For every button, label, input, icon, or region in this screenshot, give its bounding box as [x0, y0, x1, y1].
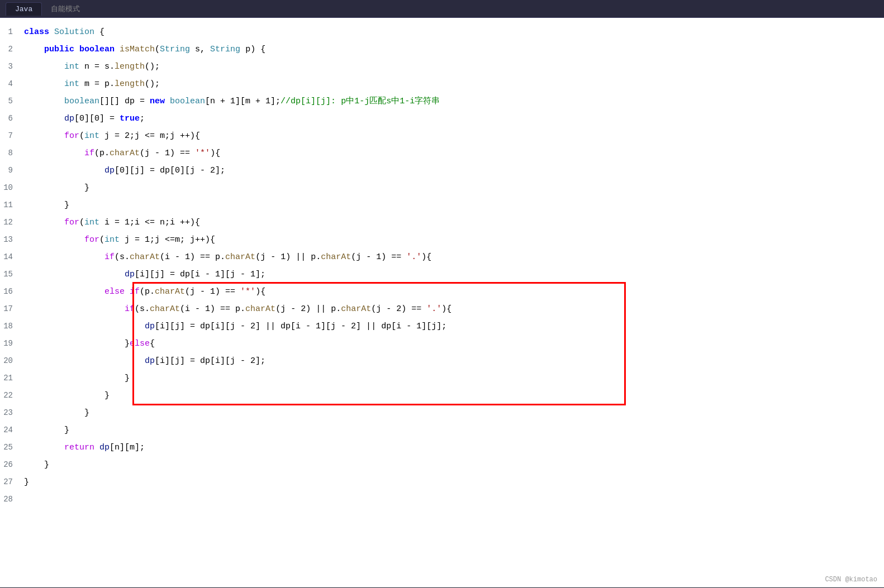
code-line: 6 dp[0][0] = true; — [0, 110, 884, 127]
line-number: 8 — [0, 145, 20, 162]
code-line: 20 dp[i][j] = dp[i][j - 2]; — [0, 352, 884, 370]
code-line: 21 } — [0, 370, 884, 387]
line-content: return dp[n][m]; — [20, 439, 884, 456]
line-number: 18 — [0, 318, 20, 335]
line-number: 22 — [0, 387, 20, 404]
code-line: 5 boolean[][] dp = new boolean[n + 1][m … — [0, 93, 884, 110]
line-content: if(p.charAt(j - 1) == '*'){ — [20, 145, 884, 162]
line-number: 16 — [0, 283, 20, 300]
code-line: 10 } — [0, 179, 884, 197]
code-line: 18 dp[i][j] = dp[i][j - 2] || dp[i - 1][… — [0, 318, 884, 335]
code-container: 1class Solution {2 public boolean isMatc… — [0, 18, 884, 587]
line-content: boolean[][] dp = new boolean[n + 1][m + … — [20, 93, 884, 110]
line-number: 5 — [0, 93, 20, 110]
line-content: if(s.charAt(i - 1) == p.charAt(j - 2) ||… — [20, 300, 884, 318]
code-line: 16 else if(p.charAt(j - 1) == '*'){ — [0, 283, 884, 300]
line-content: for(int j = 1;j <=m; j++){ — [20, 231, 884, 248]
code-line: 4 int m = p.length(); — [0, 75, 884, 93]
code-line: 15 dp[i][j] = dp[i - 1][j - 1]; — [0, 266, 884, 283]
line-content: } — [20, 387, 884, 404]
line-number: 13 — [0, 231, 20, 248]
line-number: 11 — [0, 197, 20, 214]
code-line: 14 if(s.charAt(i - 1) == p.charAt(j - 1)… — [0, 248, 884, 266]
code-line: 9 dp[0][j] = dp[0][j - 2]; — [0, 162, 884, 179]
line-number: 26 — [0, 456, 20, 474]
line-number: 17 — [0, 300, 20, 318]
line-number: 15 — [0, 266, 20, 283]
line-number: 1 — [0, 23, 20, 41]
line-number: 9 — [0, 162, 20, 179]
code-line: 26 } — [0, 456, 884, 474]
line-number: 23 — [0, 404, 20, 422]
line-content: } — [20, 456, 884, 474]
line-content: } — [20, 197, 884, 214]
line-content: int n = s.length(); — [20, 58, 884, 75]
code-line: 23 } — [0, 404, 884, 422]
line-content: } — [20, 422, 884, 439]
line-content: class Solution { — [20, 23, 884, 41]
line-number: 7 — [0, 127, 20, 145]
code-line: 1class Solution { — [0, 23, 884, 41]
code-line: 17 if(s.charAt(i - 1) == p.charAt(j - 2)… — [0, 300, 884, 318]
line-number: 25 — [0, 439, 20, 456]
line-number: 20 — [0, 352, 20, 370]
line-content: int m = p.length(); — [20, 75, 884, 93]
line-content: for(int j = 2;j <= m;j ++){ — [20, 127, 884, 145]
tab-java[interactable]: Java — [6, 2, 42, 16]
csdn-watermark: CSDN @kimotao — [825, 576, 877, 584]
top-bar: Java 自能模式 — [0, 0, 884, 18]
line-number: 14 — [0, 248, 20, 266]
line-content: public boolean isMatch(String s, String … — [20, 41, 884, 58]
line-number: 12 — [0, 214, 20, 231]
line-number: 2 — [0, 41, 20, 58]
line-content: } — [20, 370, 884, 387]
code-line: 12 for(int i = 1;i <= n;i ++){ — [0, 214, 884, 231]
line-content: dp[0][j] = dp[0][j - 2]; — [20, 162, 884, 179]
line-content: }else{ — [20, 335, 884, 352]
code-line: 22 } — [0, 387, 884, 404]
code-line: 27} — [0, 474, 884, 491]
line-number: 4 — [0, 75, 20, 93]
line-content: } — [20, 474, 884, 491]
line-number: 28 — [0, 491, 20, 508]
code-line: 11 } — [0, 197, 884, 214]
code-line: 13 for(int j = 1;j <=m; j++){ — [0, 231, 884, 248]
code-line: 2 public boolean isMatch(String s, Strin… — [0, 41, 884, 58]
line-number: 27 — [0, 474, 20, 491]
code-line: 24 } — [0, 422, 884, 439]
code-line: 25 return dp[n][m]; — [0, 439, 884, 456]
line-number: 24 — [0, 422, 20, 439]
code-line: 7 for(int j = 2;j <= m;j ++){ — [0, 127, 884, 145]
line-content: else if(p.charAt(j - 1) == '*'){ — [20, 283, 884, 300]
code-line: 8 if(p.charAt(j - 1) == '*'){ — [0, 145, 884, 162]
code-line: 28 — [0, 491, 884, 508]
line-content: } — [20, 179, 884, 197]
line-content: for(int i = 1;i <= n;i ++){ — [20, 214, 884, 231]
line-number: 21 — [0, 370, 20, 387]
line-number: 10 — [0, 179, 20, 197]
line-content: dp[0][0] = true; — [20, 110, 884, 127]
line-number: 19 — [0, 335, 20, 352]
line-content: if(s.charAt(i - 1) == p.charAt(j - 1) ||… — [20, 248, 884, 266]
line-content: dp[i][j] = dp[i - 1][j - 1]; — [20, 266, 884, 283]
code-line: 19 }else{ — [0, 335, 884, 352]
line-content: dp[i][j] = dp[i][j - 2] || dp[i - 1][j -… — [20, 318, 884, 335]
line-content: } — [20, 404, 884, 422]
line-content: dp[i][j] = dp[i][j - 2]; — [20, 352, 884, 370]
line-number: 6 — [0, 110, 20, 127]
code-line: 3 int n = s.length(); — [0, 58, 884, 75]
line-number: 3 — [0, 58, 20, 75]
tab-ai-mode[interactable]: 自能模式 — [42, 2, 89, 16]
